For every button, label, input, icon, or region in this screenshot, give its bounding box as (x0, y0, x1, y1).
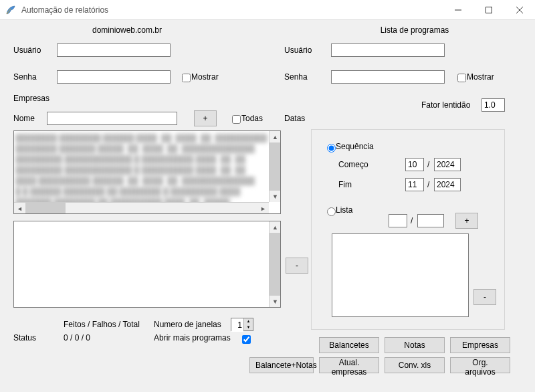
scroll-up-icon[interactable]: ▲ (270, 131, 281, 142)
balancete-notas-button[interactable]: Balancete+Notas (249, 357, 314, 373)
vscrollbar-top[interactable]: ▲ ▼ (269, 131, 280, 202)
senha-label-left: Senha (13, 72, 37, 82)
scroll-down-icon[interactable]: ▼ (270, 191, 281, 202)
lista-ano-input[interactable] (417, 214, 444, 227)
status-label: Status (13, 333, 36, 342)
fim-ano-input[interactable] (434, 178, 461, 191)
status-value: 0 / 0 / 0 (64, 333, 90, 342)
balancetes-button[interactable]: Balancetes (319, 337, 379, 353)
minimize-button[interactable] (443, 0, 473, 20)
usuario-label-left: Usuário (13, 45, 41, 55)
comeco-mes-input[interactable] (405, 158, 424, 171)
fim-label: Fim (338, 180, 352, 189)
usuario-input-right[interactable] (331, 43, 445, 57)
janelas-label: Numero de janelas (154, 320, 221, 329)
empresas-button[interactable]: Empresas (450, 337, 510, 353)
lista-remove-button[interactable]: - (473, 289, 496, 305)
remove-empresa-button[interactable]: - (286, 258, 308, 274)
usuario-input-left[interactable] (57, 43, 171, 57)
vscrollbar-bottom[interactable]: ▲ ▼ (269, 221, 280, 307)
right-header: Lista de programas (354, 25, 475, 35)
scroll-left-icon[interactable]: ◄ (14, 203, 25, 214)
empresas-listbox-bottom[interactable]: ▲ ▼ (13, 221, 281, 308)
senha-label-right: Senha (284, 72, 308, 82)
notas-button[interactable]: Notas (385, 337, 445, 353)
hscrollbar[interactable]: ◄ ► (14, 202, 269, 213)
usuario-label-right: Usuário (284, 45, 312, 55)
spin-down-icon[interactable]: ▼ (244, 324, 253, 330)
scroll-right-icon[interactable]: ► (257, 203, 269, 214)
maximize-button[interactable] (473, 0, 504, 20)
left-header: dominioweb.com.br (67, 25, 187, 35)
fim-mes-input[interactable] (405, 178, 424, 191)
mostrar-label-left: Mostrar (191, 72, 219, 82)
slash-3: / (411, 216, 413, 225)
scroll-up-icon[interactable]: ▲ (270, 221, 281, 233)
mostrar-checkbox-left[interactable] (182, 74, 191, 82)
conv-xls-button[interactable]: Conv. xls (385, 357, 445, 373)
lista-label: Lista (336, 205, 352, 215)
close-button[interactable] (504, 0, 535, 20)
lista-listbox[interactable] (332, 233, 469, 317)
scroll-down-icon[interactable]: ▼ (270, 296, 281, 307)
abrir-label: Abrir mais programas (154, 333, 231, 342)
sequencia-label: Sequência (336, 142, 374, 151)
add-empresa-button[interactable]: + (194, 110, 217, 126)
janelas-value[interactable] (231, 318, 243, 332)
feitos-label: Feitos / Falhos / Total (64, 320, 140, 329)
hscroll-thumb[interactable] (25, 203, 66, 213)
todas-label: Todas (241, 114, 263, 123)
org-arquivos-button[interactable]: Org. arquivos (450, 357, 510, 373)
atual-empresas-button[interactable]: Atual. empresas (319, 357, 379, 373)
comeco-ano-input[interactable] (434, 158, 461, 171)
spin-up-icon[interactable]: ▲ (244, 318, 253, 324)
janelas-spinner[interactable]: ▲ ▼ (231, 318, 253, 331)
datas-groupbox: Sequência Começo / Fim / Lista / + - (311, 129, 505, 330)
app-icon (5, 5, 16, 15)
todas-checkbox[interactable] (232, 115, 241, 124)
sequencia-radio[interactable] (327, 144, 336, 153)
lista-mes-input[interactable] (389, 214, 407, 227)
empresas-label: Empresas (13, 94, 49, 103)
vscroll-thumb[interactable] (270, 233, 280, 296)
nome-label: Nome (13, 114, 35, 123)
slash-2: / (427, 180, 429, 189)
listbox-content: ████████ ████████ ██████ ████ ██ ████ ██… (14, 131, 280, 209)
datas-label: Datas (284, 114, 305, 123)
mostrar-checkbox-right[interactable] (457, 74, 466, 82)
comeco-label: Começo (338, 160, 368, 169)
empresas-listbox-top[interactable]: ████████ ████████ ██████ ████ ██ ████ ██… (13, 130, 281, 214)
slash-1: / (427, 160, 429, 169)
senha-input-right[interactable] (331, 70, 445, 84)
abrir-checkbox[interactable] (242, 335, 251, 344)
lista-radio[interactable] (327, 207, 336, 216)
window-title: Automação de relatórios (21, 5, 443, 15)
mostrar-label-right: Mostrar (467, 72, 494, 82)
lista-add-button[interactable]: + (455, 213, 478, 229)
nome-input[interactable] (47, 112, 177, 125)
fator-input[interactable] (481, 98, 505, 112)
fator-label: Fator lentidão (421, 100, 470, 110)
vscroll-thumb[interactable] (270, 142, 280, 191)
svg-rect-1 (486, 7, 492, 13)
senha-input-left[interactable] (57, 70, 171, 84)
